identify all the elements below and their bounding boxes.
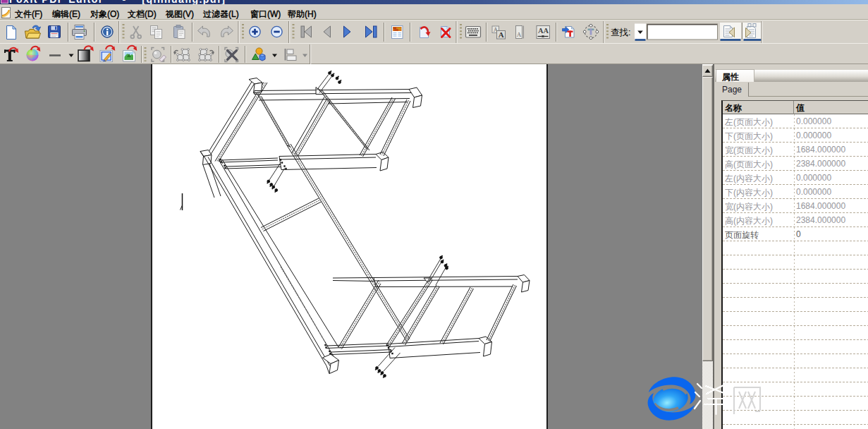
- svg-text:AA: AA: [538, 27, 549, 35]
- svg-text:A: A: [517, 31, 522, 38]
- svg-text:查找:: 查找:: [611, 28, 630, 37]
- svg-text:A: A: [499, 30, 504, 39]
